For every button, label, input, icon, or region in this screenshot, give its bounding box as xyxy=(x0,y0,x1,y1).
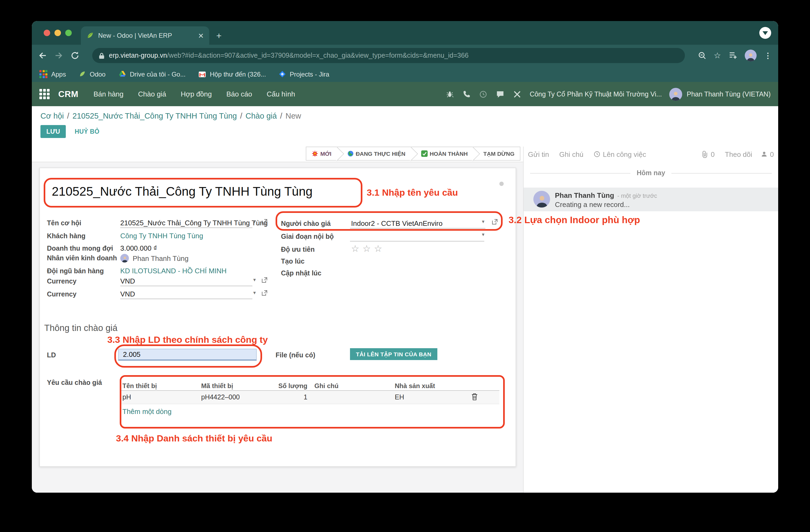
attachments-button[interactable]: 0 xyxy=(702,150,715,158)
external-link-icon[interactable] xyxy=(262,290,268,296)
bookmark-label: Hộp thư đến (326... xyxy=(210,70,266,78)
col-header-so-luong[interactable]: Số lượng xyxy=(268,382,307,390)
ld-input[interactable]: 2.005 xyxy=(118,349,257,361)
record-title-input[interactable]: 210525_Nước Thải_Công Ty TNHH Tùng Tùng xyxy=(52,184,312,199)
bookmark-gmail[interactable]: Hộp thư đến (326... xyxy=(198,70,266,78)
send-message-button[interactable]: Gửi tin xyxy=(528,150,549,158)
status-bar: MỚI ĐANG THỰC HIỆN HOÀN THÀNH TẠM DỪNG xyxy=(32,147,523,162)
tools-icon[interactable] xyxy=(513,90,521,98)
field-row-ten-co-hoi: Tên cơ hội210525_Nước Thải_Công Ty TNHH … xyxy=(47,218,268,228)
apps-grid-icon xyxy=(39,70,47,78)
bookmark-jira[interactable]: Projects - Jira xyxy=(279,70,329,78)
doi-ngu-link[interactable]: KD ILOTUSLAND - HỒ CHÍ MINH xyxy=(120,267,227,275)
cell-ma-thiet-bi[interactable]: pH4422–000 xyxy=(201,394,240,401)
khach-hang-link[interactable]: Công Ty TNHH Tùng Tùng xyxy=(120,232,203,240)
table-row[interactable] xyxy=(122,391,499,404)
breadcrumb-co-hoi[interactable]: Cơ hội xyxy=(40,112,64,120)
status-step-moi[interactable]: MỚI xyxy=(306,147,337,161)
window-minimize-button[interactable] xyxy=(54,30,61,36)
cell-ten-thiet-bi[interactable]: pH xyxy=(123,394,131,401)
window-close-button[interactable] xyxy=(44,30,50,36)
col-header-ma-thiet-bi[interactable]: Mã thiết bị xyxy=(201,382,233,390)
currency-2-input[interactable]: VND xyxy=(120,290,135,298)
followers-button[interactable]: 0 xyxy=(761,150,774,158)
company-switcher[interactable]: Công Ty Cổ Phần Kỹ Thuật Môi Trường Vi..… xyxy=(530,90,662,98)
discard-button[interactable]: HUỶ BỎ xyxy=(75,128,99,135)
ten-co-hoi-input[interactable]: 210525_Nước Thải_Công Ty TNHH Tùng Tùng xyxy=(120,219,268,227)
delete-row-trash-icon[interactable] xyxy=(471,393,478,400)
bookmark-odoo[interactable]: Odoo xyxy=(79,70,106,78)
dropdown-caret-icon[interactable]: ▼ xyxy=(253,278,257,282)
browser-menu-icon[interactable]: ⋮ xyxy=(764,51,772,60)
menu-cau-hinh[interactable]: Cấu hình xyxy=(267,90,295,98)
reading-list-icon[interactable] xyxy=(729,51,737,60)
window-zoom-button[interactable] xyxy=(65,30,72,36)
field-label: Tên cơ hội xyxy=(47,219,120,227)
external-link-icon[interactable] xyxy=(262,219,268,225)
browser-profile-avatar[interactable] xyxy=(745,50,757,62)
odoo-leaf-favicon xyxy=(86,32,94,39)
bookmark-apps[interactable]: Apps xyxy=(39,70,66,78)
forward-button[interactable] xyxy=(54,51,63,60)
col-header-nha-san-xuat[interactable]: Nhà sản xuất xyxy=(395,382,435,390)
phone-icon[interactable] xyxy=(463,90,470,98)
tab-close-icon[interactable]: ✕ xyxy=(198,32,204,39)
dropdown-caret-icon[interactable]: ▼ xyxy=(481,232,485,237)
nguoi-chao-gia-input[interactable]: Indoor2 - CCTB VietAnEnviro xyxy=(351,219,442,228)
priority-stars[interactable]: ☆☆☆ xyxy=(351,244,385,254)
breadcrumb-opportunity[interactable]: 210525_Nước Thải_Công Ty TNHH Tùng Tùng xyxy=(72,112,237,120)
new-tab-button[interactable]: + xyxy=(216,31,222,40)
apps-menu-icon[interactable] xyxy=(39,89,50,99)
bookmark-star-icon[interactable]: ☆ xyxy=(714,51,721,60)
nhan-vien-value[interactable]: Phan Thanh Tùng xyxy=(133,254,189,262)
status-step-tam-dung[interactable]: TẠM DỪNG xyxy=(473,147,520,161)
dropdown-caret-icon[interactable]: ▼ xyxy=(253,219,257,224)
col-header-ghi-chu[interactable]: Ghi chú xyxy=(314,382,338,390)
browser-tab[interactable]: New - Odoo | VietAn ERP ✕ xyxy=(81,27,209,45)
cell-nha-san-xuat[interactable]: EH xyxy=(395,394,404,401)
add-line-link[interactable]: Thêm một dòng xyxy=(123,408,172,416)
menu-chao-gia[interactable]: Chào giá xyxy=(138,90,166,98)
address-bar[interactable]: erp.vietan-group.vn/web?#id=&action=907&… xyxy=(92,48,685,63)
breadcrumb-chao-gia[interactable]: Chào giá xyxy=(246,112,277,120)
user-avatar[interactable] xyxy=(669,87,682,101)
currency-1-input[interactable]: VND xyxy=(120,277,135,285)
back-button[interactable] xyxy=(38,51,47,60)
log-note-button[interactable]: Ghi chú xyxy=(559,150,583,158)
dropdown-caret-icon[interactable]: ▼ xyxy=(481,219,485,224)
app-name[interactable]: CRM xyxy=(58,89,79,99)
upload-file-button[interactable]: TẢI LÊN TẬP TIN CỦA BẠN xyxy=(350,348,437,360)
schedule-activity-button[interactable]: Lên công việc xyxy=(594,150,646,158)
menu-hop-dong[interactable]: Hợp đồng xyxy=(181,90,212,98)
message-author[interactable]: Phan Thanh Tùng- một giờ trước xyxy=(555,192,657,199)
reload-button[interactable] xyxy=(71,51,79,60)
messages-icon[interactable] xyxy=(496,90,504,98)
field-row-giai-doan: Giai đoạn nội bộ xyxy=(281,231,351,241)
chatter-message[interactable]: Phan Thanh Tùng- một giờ trước Creating … xyxy=(524,187,778,211)
menu-bao-cao[interactable]: Báo cáo xyxy=(227,90,252,98)
browser-toolbar: erp.vietan-group.vn/web?#id=&action=907&… xyxy=(32,45,778,66)
col-header-ten-thiet-bi[interactable]: Tên thiết bị xyxy=(123,382,157,390)
table-label: Yêu cầu chào giá xyxy=(47,379,102,386)
status-step-hoan-thanh[interactable]: HOÀN THÀNH xyxy=(411,147,473,161)
date-divider: Hôm nay xyxy=(524,169,778,177)
save-button[interactable]: LƯU xyxy=(40,125,66,138)
external-link-icon[interactable] xyxy=(492,219,498,225)
menu-ban-hang[interactable]: Bán hàng xyxy=(94,90,124,98)
dropdown-caret-icon[interactable]: ▼ xyxy=(253,290,257,295)
status-step-dang-thuc-hien[interactable]: ĐANG THỰC HIỆN xyxy=(337,147,411,161)
activity-clock-icon[interactable] xyxy=(480,90,487,98)
debug-bug-icon[interactable] xyxy=(446,90,454,98)
field-label: Doanh thu mong đợi xyxy=(47,245,120,252)
user-menu[interactable]: Phan Thanh Tùng (VIETAN) xyxy=(687,90,771,98)
zoom-out-icon[interactable] xyxy=(698,51,706,60)
bookmark-label: Apps xyxy=(51,70,66,78)
bookmark-drive[interactable]: Drive của tôi - Go... xyxy=(118,70,185,78)
follow-button[interactable]: Theo dõi xyxy=(725,150,752,158)
odoo-navbar: CRM Bán hàng Chào giá Hợp đồng Báo cáo C… xyxy=(32,82,778,106)
field-label: Cập nhật lúc xyxy=(281,269,351,277)
form-background: 210525_Nước Thải_Công Ty TNHH Tùng Tùng … xyxy=(32,162,523,493)
tab-search-button[interactable] xyxy=(759,27,771,39)
cell-so-luong[interactable]: 1 xyxy=(268,394,307,401)
external-link-icon[interactable] xyxy=(262,277,268,283)
